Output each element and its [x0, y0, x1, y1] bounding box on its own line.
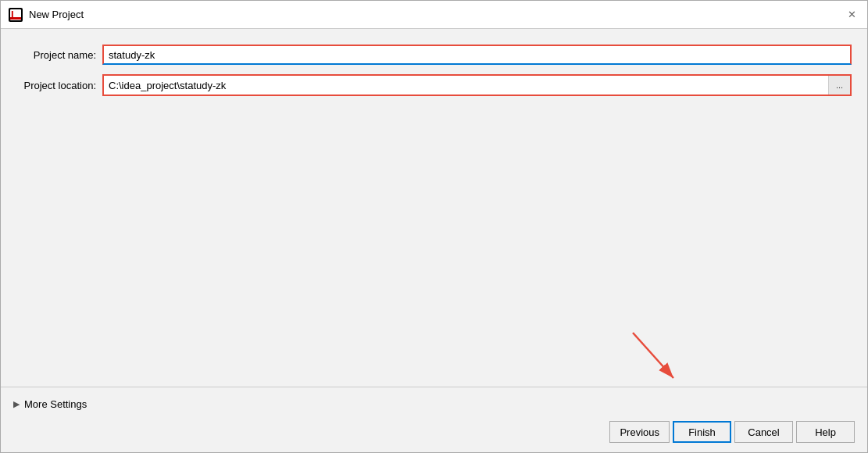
more-settings-row[interactable]: ▶ More Settings — [13, 394, 855, 415]
more-settings-label: More Settings — [24, 398, 87, 410]
button-row: Previous Finish Cancel Help — [13, 415, 855, 446]
chevron-right-icon: ▶ — [13, 399, 20, 409]
project-name-row: Project name: — [16, 45, 852, 65]
cancel-button[interactable]: Cancel — [734, 421, 793, 443]
dialog-title: New Project — [29, 9, 84, 20]
app-icon: I — [9, 8, 23, 22]
help-button[interactable]: Help — [796, 421, 855, 443]
project-name-input[interactable] — [102, 45, 852, 65]
new-project-dialog: I New Project ✕ Project name: Project lo… — [0, 0, 868, 453]
svg-rect-3 — [10, 17, 21, 20]
project-location-input-group: ... — [102, 74, 852, 96]
project-name-input-wrapper — [102, 45, 852, 65]
project-name-label: Project name: — [16, 49, 102, 61]
project-location-label: Project location: — [16, 80, 102, 91]
project-location-input[interactable] — [104, 76, 828, 95]
dialog-content: Project name: Project location: ... — [1, 29, 867, 219]
finish-button[interactable]: Finish — [673, 421, 731, 443]
browse-button[interactable]: ... — [828, 76, 850, 95]
title-bar: I New Project ✕ — [1, 1, 867, 29]
previous-button[interactable]: Previous — [609, 421, 670, 443]
bottom-area: ▶ More Settings Previous Finish Cancel H… — [1, 387, 867, 452]
title-bar-left: I New Project — [9, 8, 84, 22]
close-button[interactable]: ✕ — [844, 7, 859, 23]
project-location-row: Project location: ... — [16, 74, 852, 96]
